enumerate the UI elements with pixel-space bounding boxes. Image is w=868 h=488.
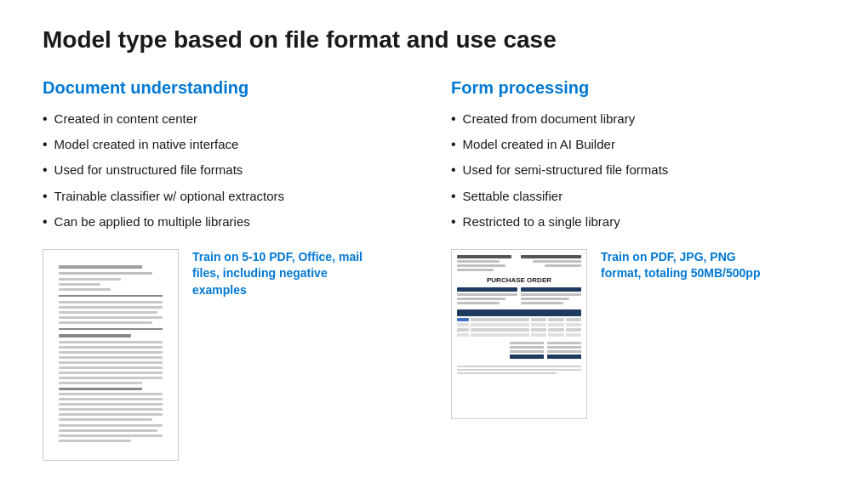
list-item: Restricted to a single library <box>451 213 825 231</box>
form-processing-bullets: Created from document library Model crea… <box>451 110 825 232</box>
form-preview-image: PURCHASE ORDER <box>451 249 587 419</box>
list-item: Created in content center <box>43 110 417 128</box>
form-processing-title: Form processing <box>451 78 825 98</box>
document-understanding-title: Document understanding <box>43 78 417 98</box>
document-understanding-bullets: Created in content center Model created … <box>43 110 417 232</box>
po-title: PURCHASE ORDER <box>457 276 581 284</box>
document-understanding-preview: Train on 5-10 PDF, Office, mail files, i… <box>43 249 417 461</box>
document-train-text: Train on 5-10 PDF, Office, mail files, i… <box>192 249 363 299</box>
document-preview-image <box>43 249 179 461</box>
list-item: Trainable classifier w/ optional extract… <box>43 187 417 206</box>
list-item: Settable classifier <box>451 187 825 206</box>
form-processing-section: Form processing Created from document li… <box>451 78 825 461</box>
list-item: Used for semi-structured file formats <box>451 161 825 179</box>
list-item: Can be applied to multiple libraries <box>43 213 417 231</box>
list-item: Used for unstructured file formats <box>43 161 417 179</box>
page-title: Model type based on file format and use … <box>43 26 825 54</box>
document-understanding-section: Document understanding Created in conten… <box>43 78 417 461</box>
list-item: Model created in native interface <box>43 135 417 154</box>
list-item: Created from document library <box>451 110 825 128</box>
list-item: Model created in AI Builder <box>451 135 825 154</box>
form-train-text: Train on PDF, JPG, PNG format, totaling … <box>601 249 771 282</box>
form-processing-preview: PURCHASE ORDER <box>451 249 825 419</box>
